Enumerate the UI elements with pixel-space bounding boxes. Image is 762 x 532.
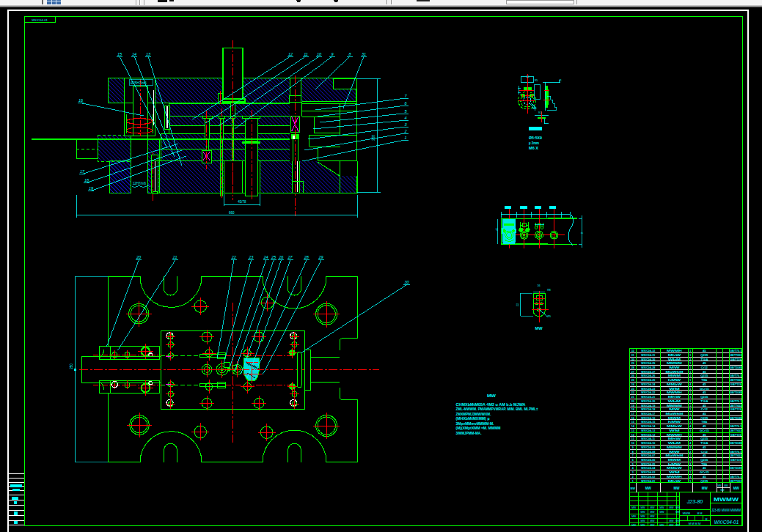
svg-text:ZML-MWWM. PMAMMPVMRAP. MIM. BM: ZML-MWWM. PMAMMPVMRAP. MIM. BML MLPML± — [456, 407, 538, 411]
svg-text:WX/C04-26: WX/C04-26 — [641, 374, 655, 377]
svg-text:WX/C04-28: WX/C04-28 — [641, 366, 655, 369]
svg-text:13: 13 — [146, 52, 151, 56]
svg-text:GB/T70.1: GB/T70.1 — [730, 350, 741, 352]
svg-text:15: 15 — [117, 52, 122, 56]
svg-text:1: 1 — [632, 480, 634, 483]
svg-text:WX/C04-32: WX/C04-32 — [641, 350, 655, 352]
svg-text:MWMH: MWMH — [667, 475, 682, 479]
svg-text:20: 20 — [136, 255, 142, 259]
svg-text:1: 1 — [689, 388, 691, 391]
svg-text:M6 X: M6 X — [529, 146, 539, 150]
svg-text:WX/C04-23: WX/C04-23 — [641, 388, 655, 391]
svg-text:T8A: T8A — [701, 420, 707, 424]
svg-text:17: 17 — [80, 169, 85, 174]
svg-text:45: 45 — [703, 446, 706, 449]
svg-text:32: 32 — [631, 350, 634, 352]
svg-text:WX/C04-30: WX/C04-30 — [641, 358, 655, 361]
svg-text:GB/T2089: GB/T2089 — [730, 391, 742, 394]
svg-text:WX/C04-31: WX/C04-31 — [641, 354, 655, 357]
svg-text:45: 45 — [703, 412, 706, 415]
svg-text:WX/C04-29: WX/C04-29 — [641, 362, 655, 365]
svg-text:(M)(XMptXMM ≈M. MMMM: (M)(XMptXMM ≈M. MMMM — [456, 426, 501, 430]
svg-text:MW: MW — [640, 511, 645, 514]
svg-text:19: 19 — [631, 404, 634, 407]
svg-text:2: 2 — [689, 451, 691, 454]
svg-text:28: 28 — [631, 366, 634, 369]
svg-text:MM: MM — [725, 484, 728, 487]
svg-text:26: 26 — [278, 255, 284, 259]
svg-text:MWMH: MWMH — [667, 349, 682, 352]
svg-text:29: 29 — [318, 255, 323, 259]
svg-text:MW: MW — [733, 487, 740, 490]
svg-text:9: 9 — [331, 52, 333, 56]
svg-text:8: 8 — [581, 232, 584, 234]
svg-text:GB/T70.1: GB/T70.1 — [730, 425, 741, 428]
svg-text:45: 45 — [703, 404, 706, 407]
svg-text:MW: MW — [640, 520, 645, 522]
svg-text:GB/T119: GB/T119 — [730, 434, 741, 437]
svg-text:T10A: T10A — [700, 441, 708, 445]
svg-text:MhW: MhW — [668, 479, 682, 483]
svg-text:T8A: T8A — [701, 378, 707, 382]
svg-text:16: 16 — [78, 98, 84, 103]
svg-text:MW: MW — [702, 487, 708, 490]
svg-text:Q235: Q235 — [700, 353, 708, 357]
svg-text:WM: WM — [669, 387, 680, 391]
svg-text:WX/C04-16: WX/C04-16 — [641, 417, 655, 420]
svg-text:WX/C04-13: WX/C04-13 — [641, 429, 655, 432]
svg-text:21: 21 — [631, 396, 634, 399]
svg-text:6: 6 — [632, 459, 634, 462]
svg-text:MMWM: MMWM — [667, 404, 682, 407]
svg-text:5: 5 — [632, 463, 634, 466]
svg-text:GB/T2089: GB/T2089 — [730, 467, 742, 470]
svg-text:ZMXMPMJ3MW/WXM.: ZMXMPMJ3MW/WXM. — [456, 412, 491, 416]
svg-text:22: 22 — [631, 391, 634, 394]
svg-text:GB/T119: GB/T119 — [730, 358, 741, 361]
svg-text:WX/C04-24: WX/C04-24 — [641, 383, 656, 386]
svg-text:JB/T7653: JB/T7653 — [730, 404, 741, 407]
svg-text:25: 25 — [631, 379, 634, 382]
svg-text:JB/T7653: JB/T7653 — [730, 454, 741, 457]
svg-text:2: 2 — [689, 429, 691, 432]
svg-text:GB/T70.1: GB/T70.1 — [730, 400, 741, 403]
svg-text:WX/C04-20: WX/C04-20 — [641, 400, 655, 403]
svg-text:M M M M: M M M M — [689, 522, 701, 525]
svg-text:MWM: MWM — [668, 416, 681, 420]
svg-text:1: 1 — [689, 480, 691, 483]
svg-text:JB/T7653: JB/T7653 — [730, 379, 741, 382]
svg-text:µ 2mm: µ 2mm — [529, 141, 539, 145]
svg-text:WbM: WbM — [668, 358, 681, 361]
svg-text:MW: MW — [675, 524, 681, 527]
svg-text:WX/C04-22: WX/C04-22 — [641, 391, 655, 394]
svg-text:WbM: WbM — [668, 441, 681, 445]
svg-text:45: 45 — [703, 370, 706, 374]
svg-text:MhW: MhW — [668, 395, 682, 399]
svg-text:18: 18 — [631, 408, 634, 411]
svg-text:1: 1 — [689, 459, 691, 462]
svg-text:45: 45 — [703, 361, 706, 365]
svg-text:GCr15: GCr15 — [700, 387, 709, 391]
svg-text:1: 1 — [689, 371, 691, 374]
svg-text:hMW: hMW — [668, 378, 682, 382]
svg-text:31: 31 — [631, 354, 634, 357]
svg-text:M: M — [706, 518, 708, 521]
svg-text:16: 16 — [537, 284, 540, 287]
svg-text:3/MMJPMM-MA.: 3/MMJPMM-MA. — [456, 431, 482, 435]
svg-text:(MHXbMtMXMM) µ: (MHXbMtMXMM) µ — [456, 416, 490, 421]
svg-text:WX/C04-07: WX/C04-07 — [641, 454, 655, 457]
svg-text:Ø5:5X9: Ø5:5X9 — [529, 136, 542, 140]
svg-text:MW: MW — [675, 506, 681, 509]
svg-text:8: 8 — [632, 451, 634, 454]
svg-text:45: 45 — [703, 391, 706, 394]
svg-text:15: 15 — [631, 421, 634, 424]
svg-text:Cr12: Cr12 — [701, 407, 708, 411]
svg-text:MhW: MhW — [668, 437, 682, 440]
svg-text:1: 1 — [689, 413, 691, 415]
svg-text:MW: MW — [669, 520, 674, 522]
svg-text:MW: MW — [631, 515, 637, 518]
svg-text:WX/C04-05: WX/C04-05 — [641, 463, 655, 466]
svg-text:13: 13 — [631, 429, 634, 432]
svg-text:MW: MW — [669, 506, 674, 509]
svg-text:45: 45 — [703, 424, 706, 428]
svg-text:MW: MW — [669, 524, 674, 527]
